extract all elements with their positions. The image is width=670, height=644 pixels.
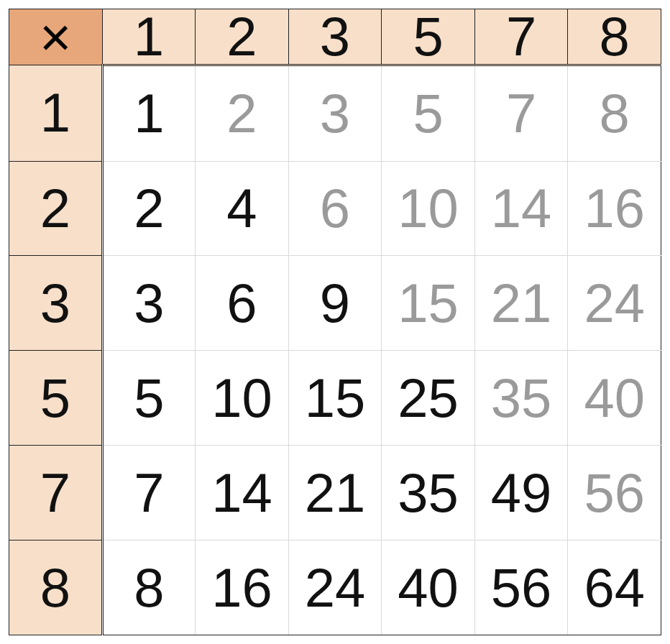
data-cell: 35 bbox=[382, 446, 475, 540]
data-cell: 40 bbox=[568, 351, 661, 446]
row-header: 8 bbox=[9, 540, 103, 635]
table-row: 881624405664 bbox=[9, 540, 661, 635]
data-cell: 3 bbox=[102, 256, 196, 351]
row-header: 1 bbox=[9, 65, 103, 162]
data-cell: 40 bbox=[382, 540, 475, 635]
table-row: 1123578 bbox=[9, 65, 661, 162]
data-cell: 2 bbox=[102, 161, 196, 256]
data-cell: 14 bbox=[196, 446, 289, 540]
data-cell: 4 bbox=[196, 161, 289, 256]
data-cell: 25 bbox=[382, 351, 475, 446]
data-cell: 16 bbox=[196, 540, 289, 635]
data-cell: 21 bbox=[288, 446, 382, 540]
data-cell: 5 bbox=[382, 65, 475, 162]
data-cell: 21 bbox=[474, 256, 568, 351]
data-cell: 24 bbox=[568, 256, 661, 351]
row-header: 2 bbox=[9, 161, 103, 256]
data-cell: 16 bbox=[568, 161, 661, 256]
col-header: 8 bbox=[568, 9, 661, 65]
table-body: 1123578224610141633691521245510152535407… bbox=[9, 65, 661, 635]
col-header: 5 bbox=[382, 9, 475, 65]
data-cell: 1 bbox=[102, 65, 196, 162]
col-header: 3 bbox=[288, 9, 382, 65]
data-cell: 15 bbox=[288, 351, 382, 446]
table-corner: × bbox=[9, 9, 103, 65]
data-cell: 8 bbox=[568, 65, 661, 162]
data-cell: 56 bbox=[474, 540, 568, 635]
data-cell: 35 bbox=[474, 351, 568, 446]
data-cell: 8 bbox=[102, 540, 196, 635]
row-header: 7 bbox=[9, 446, 103, 540]
data-cell: 6 bbox=[288, 161, 382, 256]
col-header: 2 bbox=[196, 9, 289, 65]
data-cell: 9 bbox=[288, 256, 382, 351]
data-cell: 10 bbox=[196, 351, 289, 446]
row-header: 3 bbox=[9, 256, 103, 351]
data-cell: 56 bbox=[568, 446, 661, 540]
col-header: 7 bbox=[474, 9, 568, 65]
data-cell: 7 bbox=[102, 446, 196, 540]
data-cell: 24 bbox=[288, 540, 382, 635]
data-cell: 49 bbox=[474, 446, 568, 540]
col-header: 1 bbox=[102, 9, 196, 65]
data-cell: 3 bbox=[288, 65, 382, 162]
data-cell: 7 bbox=[474, 65, 568, 162]
table-row: 2246101416 bbox=[9, 161, 661, 256]
table-row: 551015253540 bbox=[9, 351, 661, 446]
data-cell: 10 bbox=[382, 161, 475, 256]
table-row: 771421354956 bbox=[9, 446, 661, 540]
multiplication-table: × 1 2 3 5 7 8 11235782246101416336915212… bbox=[9, 9, 661, 635]
row-header: 5 bbox=[9, 351, 103, 446]
data-cell: 64 bbox=[568, 540, 661, 635]
table-row: 3369152124 bbox=[9, 256, 661, 351]
data-cell: 15 bbox=[382, 256, 475, 351]
data-cell: 14 bbox=[474, 161, 568, 256]
data-cell: 5 bbox=[102, 351, 196, 446]
data-cell: 2 bbox=[196, 65, 289, 162]
data-cell: 6 bbox=[196, 256, 289, 351]
